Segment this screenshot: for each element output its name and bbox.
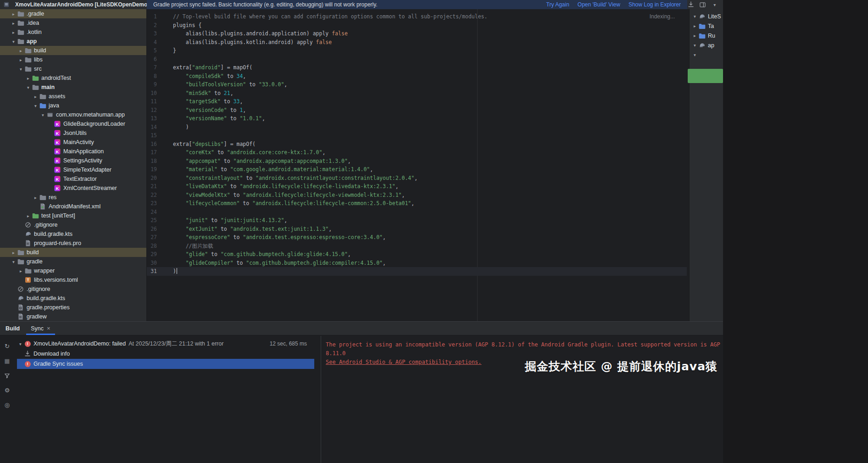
- project-tree-item-build-gradle-kts[interactable]: build.gradle.kts: [0, 294, 146, 303]
- project-tree-item-libs-versions-toml[interactable]: Tlibs.versions.toml: [0, 275, 146, 284]
- chevron-right-icon[interactable]: ▸: [32, 94, 39, 99]
- project-tree-item-build[interactable]: ▸build: [0, 248, 146, 257]
- build-tree-item-download-info[interactable]: Download info: [17, 349, 321, 359]
- project-tree-item-gitignore[interactable]: .gitignore: [0, 220, 146, 229]
- chevron-right-icon[interactable]: ▸: [25, 213, 32, 218]
- chevron-right-icon[interactable]: ▸: [32, 195, 39, 200]
- chevron-right-icon[interactable]: ▸: [25, 76, 32, 81]
- project-tree-item-glidebackgroundloader[interactable]: KGlideBackgroundLoader: [0, 119, 146, 128]
- build-tree-item-gradle-sync-issues[interactable]: !Gradle Sync issues: [17, 359, 314, 369]
- project-tree-item-test-unittest[interactable]: ▸test [unitTest]: [0, 211, 146, 220]
- chevron-down-icon[interactable]: ▾: [17, 341, 24, 346]
- project-tree-item-gradle[interactable]: ▸.gradle: [0, 9, 146, 18]
- project-tree-item-res[interactable]: ▸res: [0, 193, 146, 202]
- gradle-panel-item-lites[interactable]: ▾LiteS: [690, 11, 723, 21]
- code-line-11[interactable]: 11 "targetSdk" to 33,: [147, 97, 687, 106]
- code-line-16[interactable]: 16extra["depsLibs"] = mapOf(: [147, 140, 687, 149]
- code-line-22[interactable]: 22 "viewModelKtx" to "androidx.lifecycle…: [147, 191, 687, 200]
- code-line-19[interactable]: 19 "material" to "com.google.android.mat…: [147, 165, 687, 174]
- code-line-1[interactable]: 1// Top-level build file where you can a…: [147, 12, 687, 21]
- code-line-23[interactable]: 23 "lifecycleCommon" to "androidx.lifecy…: [147, 199, 687, 208]
- project-tree-item-gitignore[interactable]: .gitignore: [0, 284, 146, 294]
- code-line-8[interactable]: 8 "compileSdk" to 34,: [147, 72, 687, 81]
- project-tree-item-gradle[interactable]: ▾gradle: [0, 257, 146, 266]
- rerun-button[interactable]: ↻: [3, 341, 12, 351]
- tab-sync[interactable]: Sync ×: [26, 322, 55, 335]
- code-line-13[interactable]: 13 "versionName" to "1.0.1",: [147, 114, 687, 123]
- code-line-18[interactable]: 18 "appcompat" to "androidx.appcompat:ap…: [147, 157, 687, 166]
- chevron-right-icon[interactable]: ▸: [17, 57, 24, 62]
- chevron-down-icon[interactable]: ▾: [17, 67, 24, 72]
- project-tree-item-mainapplication[interactable]: KMainApplication: [0, 147, 146, 156]
- code-line-21[interactable]: 21 "liveDataKtx" to "androidx.lifecycle:…: [147, 182, 687, 191]
- chevron-down-icon[interactable]: ▾: [711, 0, 718, 9]
- download-icon[interactable]: [687, 0, 695, 9]
- code-line-30[interactable]: 30 "glideCompiler" to "com.github.bumpte…: [147, 259, 687, 268]
- chevron-right-icon[interactable]: ▸: [10, 11, 17, 17]
- code-line-17[interactable]: 17 "coreKtx" to "androidx.core:core-ktx:…: [147, 148, 687, 157]
- chevron-down-icon[interactable]: ▾: [10, 259, 17, 264]
- code-line-5[interactable]: 5}: [147, 46, 687, 55]
- chevron-down-icon[interactable]: ▾: [691, 43, 698, 48]
- code-line-31[interactable]: 31): [147, 267, 687, 276]
- project-tree-item-gradle-properties[interactable]: gradle.properties: [0, 303, 146, 312]
- settings-button[interactable]: ⚙: [3, 385, 12, 395]
- project-tree-item-build-gradle-kts[interactable]: build.gradle.kts: [0, 229, 146, 239]
- code-line-3[interactable]: 3 alias(libs.plugins.android.application…: [147, 29, 687, 38]
- project-tree-item-libs[interactable]: ▸libs: [0, 55, 146, 64]
- chevron-down-icon[interactable]: ▾: [32, 103, 39, 108]
- project-tree-item-mainactivity[interactable]: KMainActivity: [0, 138, 146, 147]
- code-line-7[interactable]: 7extra["android"] = mapOf(: [147, 63, 687, 72]
- code-line-25[interactable]: 25 "junit" to "junit:junit:4.13.2",: [147, 216, 687, 225]
- project-tree-item-androidtest[interactable]: ▸androidTest: [0, 73, 146, 83]
- code-line-27[interactable]: 27 "espressoCore" to "androidx.test.espr…: [147, 233, 687, 242]
- code-line-9[interactable]: 9 "buildToolsVersion" to "33.0.0",: [147, 80, 687, 89]
- code-line-14[interactable]: 14 ): [147, 123, 687, 132]
- gradle-panel-item-ap[interactable]: ▾ap: [690, 40, 723, 50]
- code-line-10[interactable]: 10 "minSdk" to 21,: [147, 89, 687, 98]
- project-tree-item-main[interactable]: ▾main: [0, 83, 146, 92]
- stop-button[interactable]: ■: [3, 356, 12, 365]
- project-tree-item-src[interactable]: ▾src: [0, 64, 146, 73]
- code-line-6[interactable]: 6: [147, 55, 687, 64]
- code-line-20[interactable]: 20 "constraintlayout" to "androidx.const…: [147, 174, 687, 183]
- target-button[interactable]: ◎: [3, 400, 12, 409]
- open-build-view-link[interactable]: Open 'Build' View: [578, 1, 620, 8]
- code-line-15[interactable]: 15: [147, 131, 687, 140]
- chevron-right-icon[interactable]: ▸: [10, 21, 17, 26]
- project-tree-item-textextractor[interactable]: KTextExtractor: [0, 174, 146, 184]
- chevron-right-icon[interactable]: ▸: [10, 250, 17, 255]
- chevron-down-icon[interactable]: ▾: [39, 112, 46, 117]
- gradle-panel-item-ru[interactable]: ▸Ru: [690, 31, 723, 40]
- close-tab-icon[interactable]: ×: [47, 325, 50, 332]
- project-tree-item-assets[interactable]: ▸assets: [0, 92, 146, 101]
- project-tree-item-app[interactable]: ▾app: [0, 37, 146, 46]
- build-tree-item-xmovliteavatarandroiddemo-failed[interactable]: ▾!XmovLiteAvatarAndroidDemo: failedAt 20…: [17, 339, 321, 349]
- project-tree-item-wrapper[interactable]: ▸wrapper: [0, 266, 146, 275]
- project-tree-item-settingsactivity[interactable]: KSettingsActivity: [0, 156, 146, 165]
- window-layout-icon[interactable]: [699, 0, 707, 9]
- project-tree-item-gradlew[interactable]: gradlew: [0, 312, 146, 321]
- gradle-panel-item-ta[interactable]: ▸Ta: [690, 21, 723, 31]
- chevron-right-icon[interactable]: ▸: [691, 23, 698, 28]
- filter-button[interactable]: [3, 371, 12, 380]
- project-tree-item-jsonutils[interactable]: KJsonUtils: [0, 128, 146, 138]
- code-line-28[interactable]: 28 //图片加载: [147, 242, 687, 251]
- chevron-right-icon[interactable]: ▸: [17, 48, 24, 53]
- code-line-12[interactable]: 12 "versionCode" to 1,: [147, 106, 687, 115]
- project-tree-item-java[interactable]: ▾java: [0, 101, 146, 110]
- project-tree-item-build[interactable]: ▸build: [0, 46, 146, 55]
- project-tree-item-xmlcontentstreamer[interactable]: KXmlContentStreamer: [0, 184, 146, 193]
- chevron-down-icon[interactable]: ▾: [10, 39, 17, 44]
- project-tree-item-androidmanifest-xml[interactable]: AndroidManifest.xml: [0, 202, 146, 211]
- gradle-panel-item-item[interactable]: ▾: [690, 50, 723, 60]
- code-line-4[interactable]: 4 alias(libs.plugins.kotlin.android) app…: [147, 38, 687, 47]
- chevron-right-icon[interactable]: ▸: [10, 30, 17, 35]
- code-line-2[interactable]: 2plugins {: [147, 21, 687, 30]
- chevron-down-icon[interactable]: ▾: [25, 85, 32, 90]
- code-line-24[interactable]: 24: [147, 208, 687, 217]
- project-tree-item-simpletextadapter[interactable]: KSimpleTextAdapter: [0, 165, 146, 174]
- chevron-down-icon[interactable]: ▾: [691, 14, 698, 19]
- code-line-29[interactable]: 29 "glide" to "com.github.bumptech.glide…: [147, 250, 687, 259]
- try-again-link[interactable]: Try Again: [546, 1, 569, 8]
